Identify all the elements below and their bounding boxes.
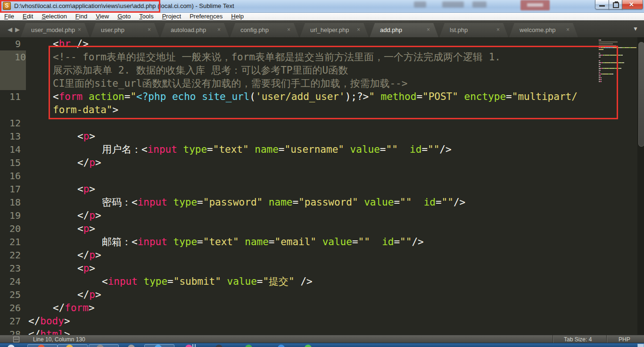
line-number: 14 [0, 143, 21, 156]
code-line[interactable]: 24<input type="submit" value="提交" /> [0, 275, 644, 288]
tab-close-icon[interactable]: × [148, 26, 151, 33]
background-window-smudge [442, 1, 464, 8]
taskbar-app-icon[interactable] [128, 345, 135, 347]
minimize-button[interactable] [595, 0, 610, 9]
tab-overflow-icon[interactable]: ▼ [633, 25, 638, 32]
menu-preferences[interactable]: Preferences [185, 13, 227, 20]
title-bar[interactable]: S D:\vhost\local.ci.com\application\view… [0, 0, 644, 13]
menu-edit[interactable]: Edit [18, 13, 37, 20]
show-desktop-button[interactable] [637, 344, 644, 347]
code-line[interactable]: 28</html> [0, 328, 644, 335]
tab-welcome.php[interactable]: welcome.php× [509, 23, 578, 37]
code-line[interactable]: 21邮箱：<input type="text" name="email" val… [0, 235, 644, 248]
restore-button[interactable] [609, 0, 623, 9]
tab-close-icon[interactable]: × [566, 26, 570, 33]
taskbar-app-icon[interactable] [215, 345, 223, 347]
code-line[interactable]: 22</p> [0, 248, 644, 262]
code-line[interactable]: form-data"> [0, 103, 644, 116]
status-divider [553, 335, 553, 343]
taskbar-app-icon[interactable] [245, 345, 252, 347]
line-number: 17 [0, 182, 21, 196]
close-button[interactable]: ✕ [622, 0, 643, 9]
code-editor[interactable]: 9<hr />10<!-- form表单的提交地址 一般来说，form表单都是提… [0, 37, 644, 335]
tab-close-icon[interactable]: × [217, 26, 221, 33]
code-line[interactable]: 15</p> [0, 156, 644, 169]
syntax-indicator[interactable]: PHP [619, 336, 630, 343]
code-line[interactable]: 19</p> [0, 209, 644, 222]
tab-label: welcome.php [520, 26, 556, 33]
menu-goto[interactable]: Goto [113, 13, 135, 20]
line-number: 12 [0, 116, 21, 130]
tab-user.php[interactable]: user.php× [91, 23, 159, 37]
sublime-app-icon: S [3, 2, 11, 10]
code-text: form-data"> [53, 103, 118, 116]
tab-close-icon[interactable]: × [427, 26, 430, 33]
tab-close-icon[interactable]: × [496, 26, 500, 33]
line-number: 27 [0, 314, 21, 328]
code-text: </form> [53, 301, 95, 314]
code-text: <input type="submit" value="提交" /> [102, 275, 313, 288]
code-line[interactable]: 14用户名：<input type="text" name="username"… [0, 143, 644, 156]
tab-lst.php[interactable]: lst.php× [439, 23, 508, 37]
code-text: 密码：<input type="password" name="password… [102, 196, 465, 209]
tab-label: autoload.php [171, 26, 206, 33]
scrollbar-thumb[interactable] [638, 42, 644, 147]
menu-selection[interactable]: Selection [37, 13, 71, 20]
code-line[interactable]: 20<p> [0, 222, 644, 235]
tab-close-icon[interactable]: × [287, 26, 290, 33]
menu-tools[interactable]: Tools [135, 13, 157, 20]
code-line[interactable]: 12 [0, 116, 644, 130]
tab-autoload.php[interactable]: autoload.php× [160, 23, 229, 37]
taskbar-app-icon[interactable] [305, 345, 312, 347]
window-title: D:\vhost\local.ci.com\application\views\… [14, 2, 234, 9]
background-window-smudge [472, 1, 487, 8]
code-line[interactable]: 9<hr /> [0, 37, 644, 50]
tab-close-icon[interactable]: × [357, 26, 360, 33]
tab-user_model.php[interactable]: user_model.php× [21, 23, 90, 37]
code-line[interactable]: 18密码：<input type="password" name="passwo… [0, 196, 644, 209]
menu-project[interactable]: Project [158, 13, 185, 20]
code-line[interactable]: 26</form> [0, 301, 644, 314]
tab-add.php[interactable]: add.php× [370, 23, 438, 37]
code-line[interactable]: 11<form action="<?php echo site_url('use… [0, 90, 644, 103]
status-panel-icon[interactable] [13, 337, 19, 342]
menu-file[interactable]: File [0, 13, 18, 20]
code-line[interactable]: 27</body> [0, 314, 644, 328]
code-line[interactable]: 25</p> [0, 288, 644, 301]
code-text: </p> [77, 209, 101, 222]
code-line[interactable]: CI里面的site_url函数默认是没有加载的，需要我们手工的加载，按需加载--… [0, 77, 644, 90]
code-line[interactable]: 23<p> [0, 262, 644, 275]
tab-url_helper.php[interactable]: url_helper.php× [300, 23, 369, 37]
line-number: 25 [0, 288, 21, 301]
tab-label: user.php [101, 26, 124, 33]
line-number [0, 103, 21, 116]
minimap[interactable] [598, 37, 637, 335]
tab-size-indicator[interactable]: Tab Size: 4 [564, 336, 592, 343]
code-line[interactable]: 展示添加表单 2. 数据的收集入库 思考：可以参考TP里面的U函数 [0, 64, 644, 77]
code-text: <form action="<?php echo site_url('user/… [53, 90, 578, 103]
line-number: 22 [0, 248, 21, 262]
taskbar-app-icon[interactable] [8, 345, 15, 347]
code-text: <p> [77, 262, 95, 275]
code-text: 展示添加表单 2. 数据的收集入库 思考：可以参考TP里面的U函数 [53, 64, 348, 77]
line-number: 23 [0, 262, 21, 275]
tab-close-icon[interactable]: × [78, 26, 81, 33]
code-line[interactable]: 16 [0, 169, 644, 182]
menu-find[interactable]: Find [71, 13, 91, 20]
code-text: 用户名：<input type="text" name="username" v… [102, 143, 452, 156]
taskbar-app-button[interactable] [89, 344, 119, 347]
tab-scroll-left-icon: ◀ [8, 26, 15, 33]
cursor-position: Line 10, Column 130 [33, 336, 85, 343]
code-line[interactable]: 17<p> [0, 182, 644, 196]
code-line[interactable]: 10<!-- form表单的提交地址 一般来说，form表单都是提交当前方法里面… [0, 50, 644, 64]
code-text: </p> [77, 248, 101, 262]
taskbar-app-icon[interactable] [278, 345, 285, 347]
tab-config.php[interactable]: config.php× [230, 23, 299, 37]
line-number: 9 [0, 37, 21, 50]
windows-taskbar[interactable] [0, 343, 644, 347]
background-window-smudge [414, 1, 426, 8]
taskbar-app-icon[interactable] [185, 345, 192, 347]
menu-view[interactable]: View [91, 13, 113, 20]
menu-help[interactable]: Help [227, 13, 248, 20]
code-line[interactable]: 13<p> [0, 130, 644, 143]
